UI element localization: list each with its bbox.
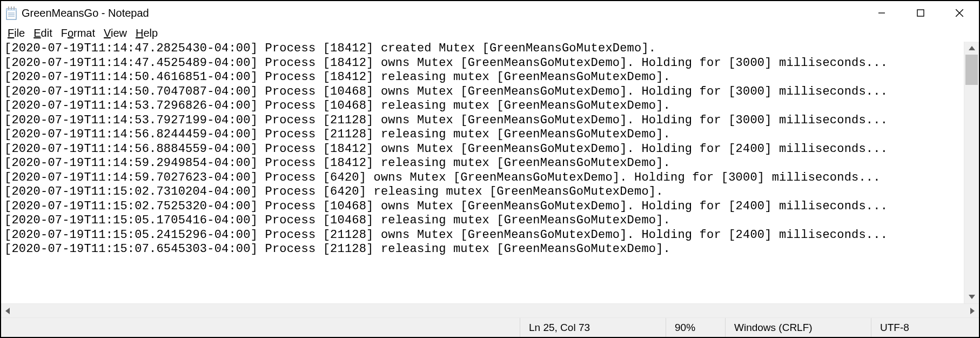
horizontal-scrollbar[interactable] [1,303,979,317]
svg-marker-14 [5,308,10,314]
menu-edit-rest: dit [41,27,52,39]
menu-view-rest: iew [111,27,127,39]
menu-file[interactable]: File [4,27,28,39]
menu-help[interactable]: Help [132,27,161,39]
window-controls [862,1,979,25]
status-line-ending: Windows (CRLF) [725,318,871,337]
menu-file-rest: ile [14,27,25,39]
svg-marker-12 [969,46,975,50]
maximize-button[interactable] [901,1,940,25]
menu-format-rest: rmat [73,27,95,39]
close-button[interactable] [940,1,979,25]
notepad-icon [4,5,19,21]
status-encoding: UTF-8 [871,318,979,337]
content-area: [2020-07-19T11:14:47.2825430-04:00] Proc… [1,41,979,303]
text-editor[interactable]: [2020-07-19T11:14:47.2825430-04:00] Proc… [1,42,964,303]
minimize-button[interactable] [862,1,901,25]
menu-edit[interactable]: Edit [30,27,55,39]
menu-format[interactable]: Format [58,27,98,39]
scroll-right-button[interactable] [966,304,979,317]
scroll-left-button[interactable] [1,304,14,317]
status-bar: Ln 25, Col 73 90% Windows (CRLF) UTF-8 [1,317,979,337]
svg-rect-5 [8,6,9,10]
scroll-thumb[interactable] [965,55,978,85]
svg-marker-13 [969,295,975,299]
scroll-up-button[interactable] [964,42,979,55]
menu-bar: File Edit Format View Help [1,25,979,41]
svg-rect-6 [11,6,12,10]
svg-rect-9 [917,10,924,16]
status-position: Ln 25, Col 73 [520,318,666,337]
svg-marker-15 [970,308,975,314]
menu-help-rest: elp [144,27,158,39]
status-zoom: 90% [666,318,725,337]
window-title: GreenMeansGo - Notepad [22,7,149,19]
vertical-scrollbar[interactable] [964,42,979,303]
scroll-down-button[interactable] [964,290,979,303]
menu-view[interactable]: View [100,27,130,39]
svg-rect-7 [14,6,15,10]
title-bar: GreenMeansGo - Notepad [1,1,979,25]
